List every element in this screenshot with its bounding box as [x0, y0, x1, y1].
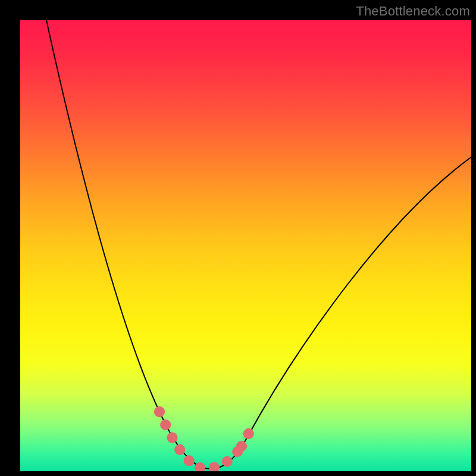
chart-frame: TheBottleneck.com [0, 0, 476, 476]
plot-area [20, 20, 471, 471]
bottleneck-curve [46, 20, 471, 469]
optimal-band-dots [159, 412, 253, 468]
curve-layer [20, 20, 471, 471]
watermark-text: TheBottleneck.com [356, 4, 470, 19]
